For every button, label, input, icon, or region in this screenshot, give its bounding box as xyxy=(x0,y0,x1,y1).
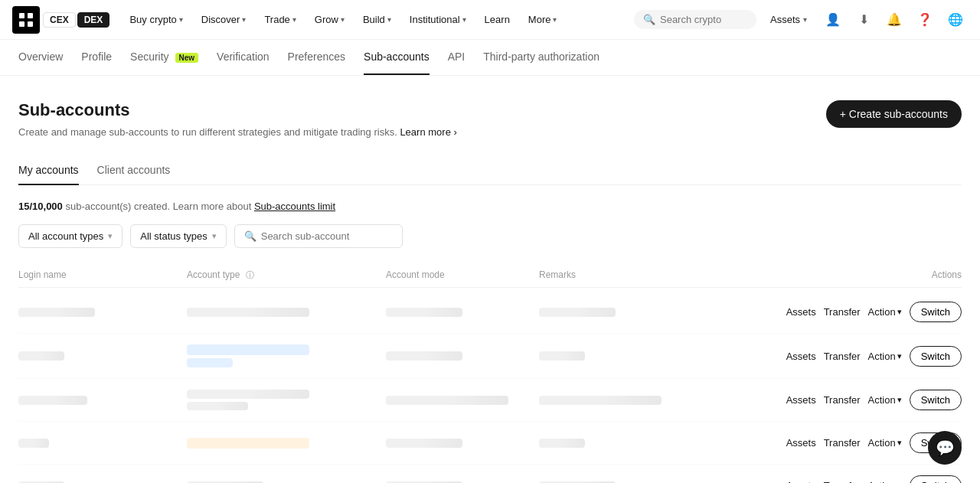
nav-grow[interactable]: Grow ▾ xyxy=(307,9,352,30)
main-content: Sub-accounts Create and manage sub-accou… xyxy=(0,76,980,483)
sub-account-search[interactable]: 🔍 xyxy=(234,224,403,248)
cex-dex-toggle: CEX DEX xyxy=(43,12,109,28)
svg-rect-1 xyxy=(28,13,33,18)
row-actions: Assets Transfer Action ▾ Switch xyxy=(747,390,962,410)
search-box[interactable]: 🔍 xyxy=(634,10,756,29)
col-account-mode: Account mode xyxy=(386,269,539,281)
nav-trade[interactable]: Trade ▾ xyxy=(256,9,303,30)
subnav-profile[interactable]: Profile xyxy=(81,40,112,75)
nav-learn[interactable]: Learn xyxy=(477,9,518,30)
chevron-down-icon: ▾ xyxy=(108,231,113,241)
chevron-down-icon: ▾ xyxy=(242,15,246,24)
chevron-down-icon: ▾ xyxy=(897,351,902,361)
assets-button[interactable]: Assets xyxy=(786,351,816,362)
transfer-button[interactable]: Transfer xyxy=(824,480,861,483)
globe-icon[interactable]: 🌐 xyxy=(943,8,968,32)
main-nav-items: Buy crypto ▾ Discover ▾ Trade ▾ Grow ▾ B… xyxy=(122,9,634,30)
learn-more-link[interactable]: Learn more › xyxy=(400,126,456,138)
okx-logo[interactable] xyxy=(12,6,40,34)
chevron-down-icon: ▾ xyxy=(803,15,807,24)
subnav-api[interactable]: API xyxy=(448,40,466,75)
page-description: Create and manage sub-accounts to run di… xyxy=(18,126,457,138)
new-badge: New xyxy=(175,53,199,63)
action-dropdown[interactable]: Action ▾ xyxy=(868,306,902,318)
skeleton-login xyxy=(18,351,187,361)
switch-button[interactable]: Switch xyxy=(910,302,962,322)
col-login-name: Login name xyxy=(18,269,187,281)
skeleton-remarks xyxy=(539,308,747,317)
assets-button[interactable]: Assets xyxy=(786,437,816,449)
transfer-button[interactable]: Transfer xyxy=(824,351,861,362)
skeleton-account-type xyxy=(187,344,386,367)
sub-account-search-input[interactable] xyxy=(261,230,393,242)
table-row: Assets Transfer Action ▾ Switch xyxy=(18,379,962,422)
account-tabs: My accounts Client accounts xyxy=(18,156,962,185)
table-row: Assets Transfer Action ▾ Switch xyxy=(18,422,962,465)
chevron-down-icon: ▾ xyxy=(897,307,902,317)
subnav-overview[interactable]: Overview xyxy=(18,40,63,75)
search-input[interactable] xyxy=(660,14,747,25)
page-header-left: Sub-accounts Create and manage sub-accou… xyxy=(18,100,457,138)
user-icon[interactable]: 👤 xyxy=(821,8,845,32)
skeleton-login xyxy=(18,396,187,405)
chevron-down-icon: ▾ xyxy=(553,15,557,24)
table-row: Assets Transfer Action ▾ Switch xyxy=(18,465,962,483)
chat-fab-button[interactable]: 💬 xyxy=(928,431,962,465)
chevron-down-icon: ▾ xyxy=(897,395,902,405)
nav-institutional[interactable]: Institutional ▾ xyxy=(402,9,474,30)
action-dropdown[interactable]: Action ▾ xyxy=(868,480,902,483)
filters-bar: All account types ▾ All status types ▾ 🔍 xyxy=(18,224,962,248)
switch-button[interactable]: Switch xyxy=(910,390,962,410)
chevron-down-icon: ▾ xyxy=(292,15,296,24)
account-type-filter[interactable]: All account types ▾ xyxy=(18,224,122,248)
help-icon[interactable]: ❓ xyxy=(913,8,937,32)
action-dropdown[interactable]: Action ▾ xyxy=(868,394,902,406)
skeleton-mode xyxy=(386,439,539,448)
tab-my-accounts[interactable]: My accounts xyxy=(18,156,79,185)
nav-build[interactable]: Build ▾ xyxy=(355,9,399,30)
account-status-filter[interactable]: All status types ▾ xyxy=(130,224,226,248)
nav-buy-crypto[interactable]: Buy crypto ▾ xyxy=(122,9,190,30)
row-actions: Assets Transfer Action ▾ Switch xyxy=(747,475,962,483)
action-dropdown[interactable]: Action ▾ xyxy=(868,351,902,362)
transfer-button[interactable]: Transfer xyxy=(824,306,861,318)
col-account-type: Account type ⓘ xyxy=(187,269,386,281)
action-dropdown[interactable]: Action ▾ xyxy=(868,437,902,449)
create-sub-accounts-button[interactable]: + Create sub-accounts xyxy=(826,100,962,128)
transfer-button[interactable]: Transfer xyxy=(824,394,861,406)
svg-rect-2 xyxy=(19,21,24,27)
skeleton-login xyxy=(18,439,187,448)
subnav-third-party[interactable]: Third-party authorization xyxy=(483,40,599,75)
page-header: Sub-accounts Create and manage sub-accou… xyxy=(18,100,962,138)
sub-accounts-limit-link[interactable]: Sub-accounts limit xyxy=(254,201,335,212)
subnav-preferences[interactable]: Preferences xyxy=(288,40,345,75)
nav-more[interactable]: More ▾ xyxy=(521,9,565,30)
bell-icon[interactable]: 🔔 xyxy=(882,8,906,32)
row-actions: Assets Transfer Action ▾ Switch xyxy=(747,346,962,367)
transfer-button[interactable]: Transfer xyxy=(824,437,861,449)
chevron-down-icon: ▾ xyxy=(341,15,345,24)
chevron-down-icon: ▾ xyxy=(212,231,217,241)
search-icon: 🔍 xyxy=(244,230,256,242)
assets-button[interactable]: Assets xyxy=(786,306,816,318)
col-remarks: Remarks xyxy=(539,269,747,281)
dex-button[interactable]: DEX xyxy=(77,12,110,28)
table-row: Assets Transfer Action ▾ Switch xyxy=(18,291,962,334)
assets-button[interactable]: Assets xyxy=(786,480,816,483)
switch-button[interactable]: Switch xyxy=(910,475,962,483)
subnav-sub-accounts[interactable]: Sub-accounts xyxy=(364,40,430,75)
tab-client-accounts[interactable]: Client accounts xyxy=(97,156,171,185)
subnav-verification[interactable]: Verification xyxy=(217,40,269,75)
nav-discover[interactable]: Discover ▾ xyxy=(194,9,254,30)
subnav-security[interactable]: Security New xyxy=(130,40,198,75)
page-title: Sub-accounts xyxy=(18,100,457,120)
assets-button[interactable]: Assets ▾ xyxy=(763,9,815,30)
skeleton-login xyxy=(18,308,187,317)
chevron-down-icon: ▾ xyxy=(179,15,183,24)
assets-button[interactable]: Assets xyxy=(786,394,816,406)
switch-button[interactable]: Switch xyxy=(910,346,962,367)
cex-button[interactable]: CEX xyxy=(43,12,76,28)
download-icon[interactable]: ⬇ xyxy=(851,8,876,32)
svg-rect-3 xyxy=(28,21,33,27)
skeleton-mode xyxy=(386,308,539,317)
